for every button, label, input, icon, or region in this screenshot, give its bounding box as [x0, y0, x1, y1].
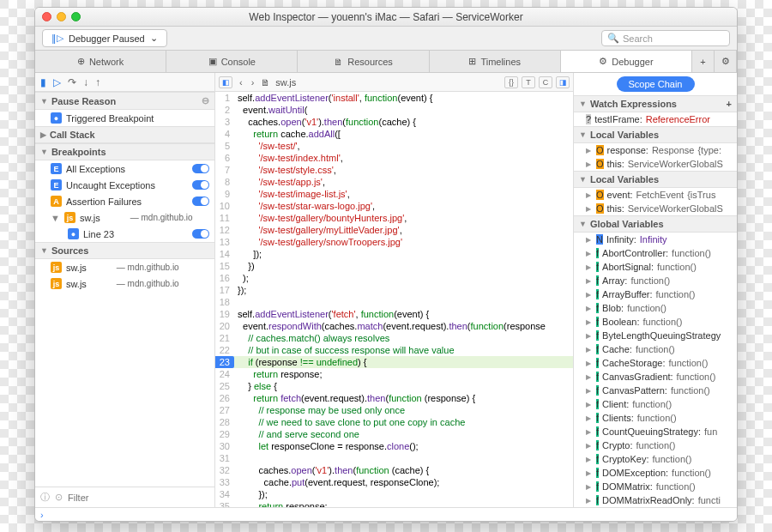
- code-line[interactable]: 25 } else {: [215, 380, 573, 392]
- variable-row[interactable]: ▶Othis: ServiceWorkerGlobalS: [574, 157, 737, 171]
- variable-row[interactable]: ▶Oevent: FetchEvent{isTrus: [574, 188, 737, 202]
- code-line[interactable]: 2 event.waitUntil(: [215, 104, 573, 116]
- local-b-hdr[interactable]: ▼Local Variables: [574, 171, 737, 188]
- coverage-icon[interactable]: C: [539, 76, 552, 88]
- add-icon[interactable]: +: [727, 99, 732, 109]
- variable-row[interactable]: ▶fArrayBuffer: function(): [574, 287, 737, 301]
- variable-row[interactable]: ▶fClients: function(): [574, 411, 737, 425]
- code-line[interactable]: 23 if (response !== undefined) {: [215, 356, 573, 368]
- variable-row[interactable]: ▶fAbortController: function(): [574, 246, 737, 260]
- code-line[interactable]: 7 '/sw-test/style.css',: [215, 164, 573, 176]
- breakpoint-line[interactable]: ●Line 23: [35, 226, 214, 242]
- global-hdr[interactable]: ▼Global Variables: [574, 215, 737, 233]
- code-line[interactable]: 30 let responseClone = response.clone();: [215, 440, 573, 452]
- tab-console[interactable]: ▣Console: [166, 51, 298, 72]
- variable-row[interactable]: ▶fBlob: function(): [574, 301, 737, 315]
- tab-resources[interactable]: 🗎Resources: [298, 51, 429, 72]
- code-line[interactable]: 29 // and serve second one: [215, 428, 573, 440]
- pause-reason-hdr[interactable]: ▼Pause Reason⊖: [35, 92, 214, 110]
- type-icon[interactable]: T: [522, 76, 535, 88]
- variable-row[interactable]: ▶fAbortSignal: function(): [574, 260, 737, 274]
- code-line[interactable]: 13 '/sw-test/gallery/snowTroopers.jpg': [215, 236, 573, 248]
- tab-timelines[interactable]: ⊞Timelines: [430, 51, 561, 72]
- pretty-print-icon[interactable]: {}: [504, 76, 518, 88]
- code-line[interactable]: 11 '/sw-test/gallery/bountyHunters.jpg',: [215, 212, 573, 224]
- nav-back-icon[interactable]: ‹: [238, 77, 244, 88]
- tab-debugger[interactable]: ⚙Debugger: [561, 51, 692, 72]
- variable-row[interactable]: ▶fCountQueuingStrategy: fun: [574, 425, 737, 438]
- code-line[interactable]: 9 '/sw-test/image-list.js',: [215, 188, 573, 200]
- code-line[interactable]: 27 // response may be used only once: [215, 404, 573, 416]
- watch-hdr[interactable]: ▼Watch Expressions+: [574, 95, 737, 112]
- code-line[interactable]: 3 caches.open('v1').then(function(cache)…: [215, 116, 573, 128]
- sidebar-toggle-icon[interactable]: ◧: [219, 76, 232, 88]
- source-item[interactable]: jssw.js— mdn.github.io: [35, 259, 214, 275]
- variable-row[interactable]: ▶fCanvasPattern: function(): [574, 384, 737, 397]
- code-line[interactable]: 4 return cache.addAll([: [215, 128, 573, 140]
- tab-network[interactable]: ⊕Network: [35, 51, 166, 72]
- sources-hdr[interactable]: ▼Sources: [35, 242, 214, 259]
- code-line[interactable]: 10 '/sw-test/star-wars-logo.jpg',: [215, 200, 573, 212]
- variable-row[interactable]: ▶fDOMException: function(): [574, 466, 737, 480]
- code-line[interactable]: 5 '/sw-test/',: [215, 140, 573, 152]
- code-line[interactable]: 26 return fetch(event.request).then(func…: [215, 392, 573, 404]
- code-line[interactable]: 6 '/sw-test/index.html',: [215, 152, 573, 164]
- code-line[interactable]: 31: [215, 452, 573, 464]
- code-line[interactable]: 22 // but in case of success response wi…: [215, 344, 573, 356]
- search-input[interactable]: 🔍 Search: [601, 30, 730, 46]
- breakpoint-item[interactable]: EAll Exceptions: [35, 160, 214, 177]
- call-stack-hdr[interactable]: ▶Call Stack: [35, 126, 214, 143]
- variable-row[interactable]: ▶fCanvasGradient: function(): [574, 370, 737, 384]
- code-line[interactable]: 35 return response;: [215, 500, 573, 507]
- variable-row[interactable]: ▶fDOMMatrixReadOnly: functi: [574, 493, 737, 507]
- variable-row[interactable]: ▶Oresponse: Response{type:: [574, 143, 737, 157]
- tab-settings[interactable]: ⚙: [715, 51, 737, 72]
- code-line[interactable]: 15 }): [215, 260, 573, 272]
- code-line[interactable]: 1self.addEventListener('install', functi…: [215, 92, 573, 104]
- code-line[interactable]: 21 // caches.match() always resolves: [215, 332, 573, 344]
- code-line[interactable]: 34 });: [215, 488, 573, 500]
- code-line[interactable]: 8 '/sw-test/app.js',: [215, 176, 573, 188]
- variable-row[interactable]: ▶fCache: function(): [574, 342, 737, 356]
- variable-row[interactable]: ▶fCrypto: function(): [574, 438, 737, 452]
- breakpoint-toggle-icon[interactable]: ▮: [40, 76, 46, 88]
- variable-row[interactable]: ▶fBoolean: function(): [574, 315, 737, 329]
- filter-input[interactable]: [68, 493, 209, 503]
- code-line[interactable]: 16 );: [215, 272, 573, 284]
- breakpoint-file[interactable]: ▼jssw.js— mdn.github.io: [35, 209, 214, 226]
- variable-row[interactable]: ▶Othis: ServiceWorkerGlobalS: [574, 202, 737, 215]
- continue-icon[interactable]: ▷: [53, 76, 61, 88]
- breakpoint-toggle[interactable]: [192, 196, 209, 206]
- variable-row[interactable]: ▶fArray: function(): [574, 274, 737, 287]
- code-line[interactable]: 19self.addEventListener('fetch', functio…: [215, 308, 573, 320]
- code-editor[interactable]: 1self.addEventListener('install', functi…: [215, 92, 573, 507]
- minus-icon[interactable]: ⊖: [202, 95, 209, 106]
- variable-row[interactable]: ▶NInfinity: Infinity: [574, 233, 737, 246]
- breakpoint-toggle[interactable]: [192, 164, 209, 173]
- code-line[interactable]: 28 // we need to save clone to put one c…: [215, 416, 573, 428]
- code-line[interactable]: 33 cache.put(event.request, responseClon…: [215, 476, 573, 488]
- variable-row[interactable]: ▶fDOMMatrix: function(): [574, 480, 737, 493]
- code-line[interactable]: 24 return response;: [215, 368, 573, 380]
- breakpoint-toggle[interactable]: [192, 180, 209, 190]
- breadcrumb-file[interactable]: sw.js: [275, 77, 296, 88]
- breakpoint-item[interactable]: AAssertion Failures: [35, 193, 214, 209]
- code-line[interactable]: 18: [215, 296, 573, 308]
- breakpoints-hdr[interactable]: ▼Breakpoints: [35, 143, 214, 160]
- local-a-hdr[interactable]: ▼Local Variables: [574, 126, 737, 143]
- code-line[interactable]: 17});: [215, 284, 573, 296]
- code-line[interactable]: 12 '/sw-test/gallery/myLittleVader.jpg',: [215, 224, 573, 236]
- step-into-icon[interactable]: ↓: [83, 76, 88, 88]
- step-over-icon[interactable]: ↷: [68, 76, 76, 88]
- console-prompt[interactable]: ›: [35, 507, 737, 521]
- step-out-icon[interactable]: ↑: [95, 76, 100, 88]
- variable-row[interactable]: ▶fByteLengthQueuingStrategy: [574, 329, 737, 342]
- breakpoint-toggle[interactable]: [192, 229, 209, 239]
- code-line[interactable]: 14 ]);: [215, 248, 573, 260]
- nav-forward-icon[interactable]: ›: [250, 77, 256, 88]
- code-line[interactable]: 20 event.respondWith(caches.match(event.…: [215, 320, 573, 332]
- scope-chain-button[interactable]: Scope Chain: [617, 76, 695, 92]
- info-icon[interactable]: ⓘ: [40, 491, 50, 504]
- watch-item[interactable]: ?testIFrame:ReferenceError: [574, 112, 737, 126]
- variable-row[interactable]: ▶fCryptoKey: function(): [574, 452, 737, 466]
